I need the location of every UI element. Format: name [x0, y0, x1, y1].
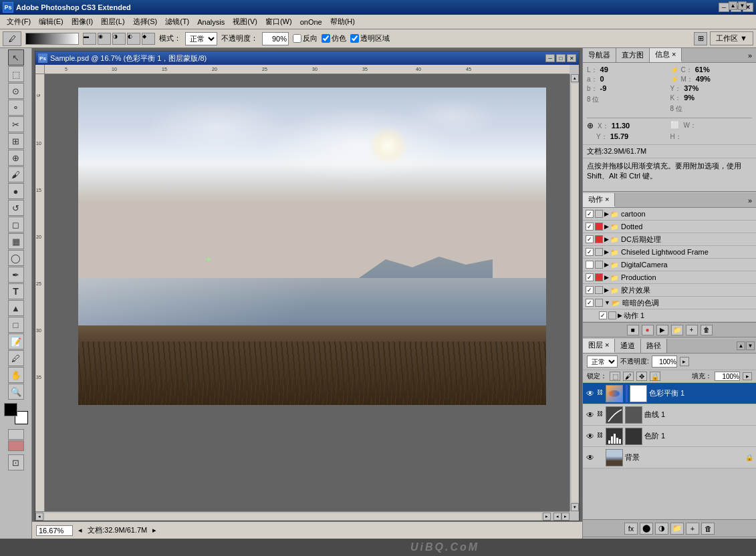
layer-item-levels[interactable]: 👁 ⛓ 色阶 1: [583, 426, 756, 447]
reflected-gradient-btn[interactable]: ◐: [127, 33, 140, 45]
actions-panel-down[interactable]: ▼: [738, 1, 747, 10]
layer-link-color-balance[interactable]: ⛓: [597, 389, 604, 398]
action-item-chiseled[interactable]: ▶ 📁 Chiseled Lightwood Frame: [583, 246, 756, 259]
action-check-chiseled[interactable]: [586, 248, 594, 256]
action-item-film[interactable]: ▶ 📁 胶片效果: [583, 284, 756, 297]
slice-tool[interactable]: ⊞: [8, 133, 24, 149]
dodge-tool[interactable]: ◯: [8, 250, 24, 266]
diamond-gradient-btn[interactable]: ◆: [142, 33, 155, 45]
stamp-tool[interactable]: ●: [8, 183, 24, 199]
action-expand-dark[interactable]: ▼: [604, 299, 610, 306]
quick-select-tool[interactable]: ⚬: [8, 100, 24, 116]
tab-layers[interactable]: 图层 ×: [583, 339, 615, 353]
scroll-nav-left[interactable]: ◂: [553, 513, 561, 521]
action-expand-dotted[interactable]: ▶: [604, 223, 609, 230]
tab-actions[interactable]: 动作 ×: [583, 193, 615, 207]
nav-arrow-right[interactable]: ▸: [152, 526, 156, 535]
layer-item-background[interactable]: 👁 背景 🔒: [583, 447, 756, 468]
menu-layer[interactable]: 图层(L): [97, 15, 128, 28]
action-check-production[interactable]: [586, 273, 594, 281]
menu-select[interactable]: 选择(S): [129, 15, 162, 28]
transparency-checkbox[interactable]: [350, 34, 359, 43]
action-item-production[interactable]: ▶ 📁 Production: [583, 271, 756, 284]
layer-eye-background[interactable]: 👁: [586, 453, 595, 462]
action-check-action1[interactable]: [599, 311, 607, 319]
fill-arrow[interactable]: ▸: [743, 372, 752, 380]
action-item-dark[interactable]: ▼ 📂 暗暗的色调: [583, 297, 756, 309]
layer-mode-select[interactable]: 正常: [587, 356, 618, 368]
new-layer-btn[interactable]: +: [686, 523, 699, 535]
gradient-preview[interactable]: [25, 33, 79, 45]
action-expand-digital[interactable]: ▶: [604, 261, 609, 268]
menu-window[interactable]: 窗口(W): [261, 15, 296, 28]
delete-action-btn[interactable]: 🗑: [701, 325, 713, 335]
action-expand-action1[interactable]: ▶: [618, 312, 622, 319]
scroll-left-btn[interactable]: ◂: [35, 513, 43, 521]
action-check-dotted[interactable]: [586, 223, 594, 231]
marquee-tool[interactable]: ⬚: [8, 66, 24, 82]
menu-filter[interactable]: 滤镜(T): [161, 15, 193, 28]
scroll-nav-right[interactable]: ▸: [561, 513, 570, 521]
layer-adjustment-btn[interactable]: ◑: [655, 523, 668, 535]
action-expand-chiseled[interactable]: ▶: [604, 249, 609, 255]
dither-checkbox[interactable]: [322, 34, 330, 43]
action-item-dotted[interactable]: ▶ 📁 Dotted: [583, 221, 756, 233]
quickmask-mode-btn[interactable]: [8, 440, 24, 451]
angle-gradient-btn[interactable]: ◑: [112, 33, 126, 45]
doc-maximize-btn[interactable]: □: [556, 54, 565, 62]
menu-analysis[interactable]: Analysis: [193, 17, 229, 27]
menu-help[interactable]: 帮助(H): [326, 15, 359, 28]
menu-view[interactable]: 视图(V): [229, 15, 261, 28]
mode-select[interactable]: 正常: [185, 32, 217, 45]
actions-panel-menu[interactable]: »: [745, 196, 755, 204]
layer-mask-btn[interactable]: ⬤: [640, 523, 653, 535]
action-item-digital[interactable]: ▶ 📁 DigitalCamera: [583, 259, 756, 271]
crop-tool[interactable]: ✂: [8, 116, 24, 132]
standard-mode-btn[interactable]: [8, 429, 24, 440]
menu-edit[interactable]: 编辑(E): [35, 15, 68, 28]
info-panel-close[interactable]: »: [745, 51, 755, 59]
gradient-tool[interactable]: ▦: [8, 233, 24, 249]
photo-canvas[interactable]: [78, 88, 546, 405]
lock-all-btn[interactable]: 🔒: [650, 372, 660, 381]
layer-group-btn[interactable]: 📁: [670, 523, 684, 535]
workspace-button[interactable]: 工作区 ▼: [710, 31, 753, 45]
notes-tool[interactable]: 📝: [8, 333, 24, 350]
action-item-cartoon[interactable]: ▶ 📁 cartoon: [583, 208, 756, 221]
canvas-content[interactable]: [45, 74, 570, 511]
actions-panel-up[interactable]: ▲: [729, 1, 737, 10]
doc-close-btn[interactable]: ✕: [567, 54, 576, 62]
action-expand-cartoon[interactable]: ▶: [604, 211, 609, 217]
scroll-up-btn[interactable]: ▴: [571, 74, 579, 82]
record-btn[interactable]: ●: [642, 325, 654, 335]
layer-style-btn[interactable]: fx: [624, 523, 638, 535]
pen-tool[interactable]: ✒: [8, 267, 24, 283]
layer-item-color-balance[interactable]: 👁 ⛓ 色彩平衡 1: [583, 383, 756, 404]
workspace-icon-btn[interactable]: ⊞: [694, 32, 707, 45]
linear-gradient-btn[interactable]: ▬: [83, 33, 96, 45]
fill-input[interactable]: [715, 372, 740, 381]
healing-tool[interactable]: ⊕: [8, 150, 24, 166]
action-check-digital[interactable]: [586, 261, 594, 269]
zoom-input[interactable]: 16.67%: [36, 525, 73, 536]
stop-btn[interactable]: ■: [627, 325, 639, 335]
play-btn[interactable]: ▶: [656, 325, 668, 335]
history-brush-tool[interactable]: ↺: [8, 200, 24, 216]
layer-eye-levels[interactable]: 👁: [586, 432, 595, 441]
vertical-scrollbar[interactable]: ▴ ▾: [570, 74, 579, 511]
brush-tool[interactable]: 🖌: [8, 166, 24, 182]
layer-link-levels[interactable]: ⛓: [597, 432, 604, 441]
opacity-input[interactable]: [262, 32, 289, 45]
radial-gradient-btn[interactable]: ◉: [98, 33, 111, 45]
horizontal-scrollbar[interactable]: ◂ ▸ ◂ ▸: [35, 511, 570, 521]
tab-channels[interactable]: 通道: [615, 339, 641, 353]
add-action-btn[interactable]: 📁: [671, 325, 683, 335]
menu-onone[interactable]: onOne: [296, 17, 326, 27]
path-select-tool[interactable]: ▲: [8, 300, 24, 316]
delete-layer-btn[interactable]: 🗑: [701, 523, 715, 535]
action-item-dc[interactable]: ▶ 📁 DC后期处理: [583, 233, 756, 246]
fg-bg-colors[interactable]: [4, 403, 28, 424]
eraser-tool[interactable]: ◻: [8, 217, 24, 233]
action-check-dark[interactable]: [586, 299, 594, 307]
shape-tool[interactable]: □: [8, 317, 24, 333]
